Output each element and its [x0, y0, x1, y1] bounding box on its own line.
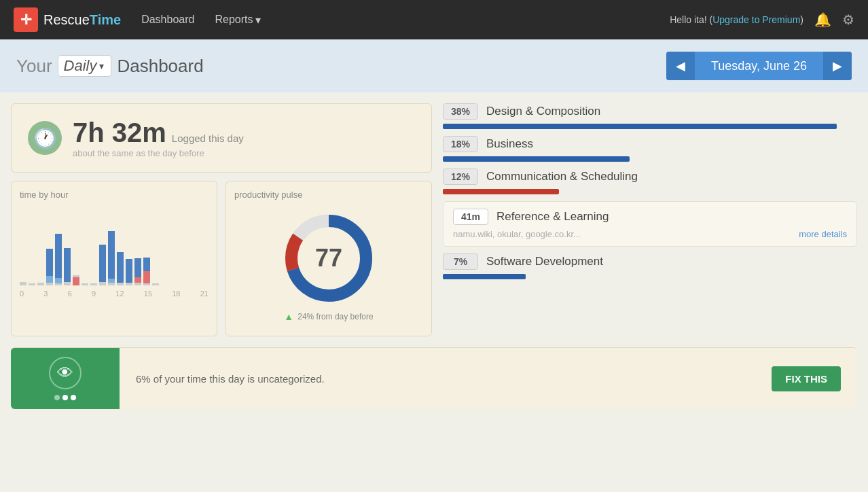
- eye-icon: 👁: [49, 357, 82, 389]
- donut-label: 77: [315, 244, 342, 273]
- category-name-4: Software Development: [486, 255, 603, 268]
- logged-label: Logged this day: [172, 133, 244, 144]
- brand[interactable]: ✛ RescueTime: [14, 7, 121, 32]
- bar-group-13: [134, 258, 141, 285]
- brand-logo: ✛: [14, 7, 38, 32]
- category-name-3: Reference & Learning: [496, 210, 609, 224]
- productivity-pulse-chart: productivity pulse 77: [225, 181, 432, 336]
- category-bar-0: [443, 124, 837, 129]
- clock-icon: 🕐: [28, 121, 62, 155]
- bell-icon[interactable]: 🔔: [814, 12, 831, 28]
- bar-group-9: [99, 245, 106, 285]
- category-row-1: 18% Business: [443, 136, 857, 162]
- daily-dropdown[interactable]: Daily ▾: [58, 55, 112, 77]
- x-axis: 0 3 6 9 12 15 18 21: [20, 287, 209, 298]
- category-row-2: 12% Communication & Scheduling: [443, 169, 857, 194]
- logged-info: 7h 32m Logged this day about the same as…: [73, 118, 244, 158]
- bar-group-15: [152, 283, 159, 285]
- right-panel: 38% Design & Composition 18% Business 12…: [443, 103, 857, 336]
- x-label-6: 18: [172, 289, 180, 298]
- more-details-link-3[interactable]: more details: [799, 229, 847, 239]
- bar-group-5: [64, 248, 71, 285]
- header-title: Your Daily ▾ Dashboard: [16, 55, 204, 77]
- x-label-3: 9: [92, 289, 96, 298]
- logged-sub: about the same as the day before: [73, 148, 244, 158]
- chevron-down-icon: ▾: [99, 60, 104, 71]
- category-row-4: 7% Software Development: [443, 253, 857, 279]
- time-by-hour-chart: time by hour: [11, 181, 217, 336]
- tools-icon[interactable]: ⚙: [842, 12, 854, 28]
- nav-greeting: Hello ita! (Upgrade to Premium): [670, 14, 803, 25]
- nav-right: Hello ita! (Upgrade to Premium) 🔔 ⚙: [670, 12, 854, 28]
- logged-box: 🕐 7h 32m Logged this day about the same …: [11, 103, 432, 173]
- bar-seg: [29, 283, 35, 285]
- category-badge-3: 41m: [453, 209, 488, 225]
- category-badge-2: 12%: [443, 169, 478, 185]
- category-sub-3: namu.wiki, okular, google.co.kr... more …: [453, 229, 847, 239]
- category-bar-4: [443, 274, 526, 279]
- bar-seg: [37, 283, 44, 285]
- dot-1: [54, 395, 60, 400]
- time-by-hour-title: time by hour: [20, 190, 209, 200]
- banner-dots: [54, 395, 76, 400]
- dot-2: [62, 395, 68, 400]
- bar-group-6: [73, 275, 79, 285]
- navbar: ✛ RescueTime Dashboard Reports ▾ Hello i…: [0, 0, 868, 39]
- category-badge-1: 18%: [443, 136, 478, 152]
- bottom-banner: 👁 6% of your time this day is uncategori…: [11, 347, 857, 409]
- reports-nav-link[interactable]: Reports ▾: [215, 14, 261, 27]
- x-label-1: 3: [43, 289, 48, 298]
- x-label-2: 6: [68, 289, 72, 298]
- bar-group-11: [117, 252, 124, 285]
- pulse-box: 77 ▲ 24% from day before: [234, 205, 423, 328]
- category-row-3-expanded: 41m Reference & Learning namu.wiki, okul…: [443, 201, 857, 247]
- header-bar: Your Daily ▾ Dashboard ◀ Tuesday, June 2…: [0, 39, 868, 92]
- pulse-footer: ▲ 24% from day before: [284, 311, 373, 322]
- category-sub-text-3: namu.wiki, okular, google.co.kr...: [453, 229, 581, 239]
- logged-time: 7h 32m: [73, 118, 166, 148]
- bar-group-14: [143, 258, 150, 285]
- bar-chart: [20, 205, 209, 287]
- left-panel: 🕐 7h 32m Logged this day about the same …: [11, 103, 432, 336]
- dot-3: [71, 395, 76, 400]
- charts-row: time by hour: [11, 181, 432, 336]
- up-arrow-icon: ▲: [284, 311, 293, 322]
- bar-group-3: [46, 249, 53, 285]
- category-bar-1: [443, 156, 630, 162]
- category-badge-0: 38%: [443, 103, 478, 120]
- your-label: Your: [16, 56, 52, 77]
- brand-name: RescueTime: [43, 12, 121, 28]
- fix-this-button[interactable]: FIX THIS: [772, 366, 841, 391]
- prev-date-button[interactable]: ◀: [666, 52, 695, 80]
- chevron-down-icon: ▾: [255, 14, 261, 27]
- dashboard-nav-link[interactable]: Dashboard: [141, 14, 194, 26]
- x-label-7: 21: [200, 289, 209, 298]
- bar-group-10: [108, 231, 115, 285]
- category-name-1: Business: [486, 137, 533, 151]
- x-label-5: 15: [144, 289, 152, 298]
- banner-icon-box: 👁: [11, 348, 120, 409]
- main-content: 🕐 7h 32m Logged this day about the same …: [0, 92, 868, 347]
- x-label-4: 12: [115, 289, 124, 298]
- category-name-2: Communication & Scheduling: [486, 170, 638, 183]
- next-date-button[interactable]: ▶: [823, 52, 852, 80]
- bar-seg: [55, 234, 62, 278]
- upgrade-link[interactable]: Upgrade to Premium: [712, 14, 800, 25]
- category-row-0: 38% Design & Composition: [443, 103, 857, 129]
- bar-group-12: [126, 259, 132, 285]
- date-nav: ◀ Tuesday, June 26 ▶: [666, 52, 852, 80]
- category-badge-4: 7%: [443, 253, 478, 270]
- productivity-pulse-title: productivity pulse: [234, 190, 423, 200]
- bar-group-7: [82, 283, 88, 285]
- x-label-0: 0: [20, 289, 24, 298]
- category-bar-2: [443, 189, 559, 194]
- bar-group-0: [20, 282, 26, 285]
- bar-group-8: [90, 283, 97, 285]
- banner-text: 6% of your time this day is uncategorize…: [120, 373, 772, 385]
- bar-group-4: [55, 234, 62, 285]
- bar-seg: [20, 282, 26, 285]
- bar-group-1: [29, 283, 35, 285]
- pulse-change: 24% from day before: [297, 312, 373, 321]
- bar-group-2: [37, 283, 44, 285]
- category-name-0: Design & Composition: [486, 105, 600, 118]
